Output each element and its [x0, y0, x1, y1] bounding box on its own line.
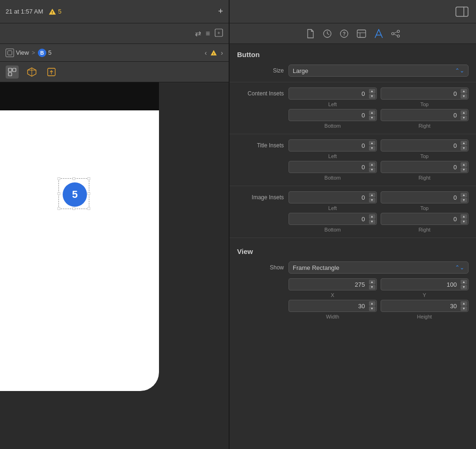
- x-value[interactable]: [289, 281, 376, 288]
- image-bottom-down[interactable]: ▼: [369, 219, 375, 224]
- image-top-up[interactable]: ▲: [461, 193, 467, 197]
- title-bottom-up[interactable]: ▲: [369, 162, 375, 167]
- y-up[interactable]: ▲: [461, 280, 467, 284]
- content-top-up[interactable]: ▲: [461, 89, 467, 94]
- content-top-input[interactable]: ▲ ▼: [381, 87, 469, 100]
- title-top-up[interactable]: ▲: [461, 141, 467, 145]
- tab-help[interactable]: ?: [340, 29, 348, 38]
- title-right-up[interactable]: ▲: [461, 162, 467, 167]
- height-up[interactable]: ▲: [461, 301, 467, 306]
- width-value[interactable]: [289, 303, 376, 310]
- height-down[interactable]: ▼: [461, 306, 467, 311]
- content-left-down[interactable]: ▼: [369, 94, 375, 99]
- title-left-value[interactable]: [289, 142, 376, 149]
- image-left-value[interactable]: [289, 194, 376, 201]
- size-select[interactable]: Large ⌃⌄: [288, 65, 469, 77]
- add-view-icon[interactable]: +: [215, 29, 223, 39]
- title-top-label: Top: [381, 153, 469, 159]
- image-right-down[interactable]: ▼: [461, 219, 467, 224]
- title-top-input[interactable]: ▲ ▼: [381, 139, 469, 152]
- breadcrumb-b5[interactable]: B 5: [38, 49, 51, 57]
- content-bottom-value[interactable]: [289, 112, 376, 119]
- top-bar: 21 at 1:57 AM ! 5 +: [0, 0, 229, 23]
- inspector-toggle-icon[interactable]: [455, 7, 469, 17]
- title-right-value[interactable]: [381, 164, 469, 171]
- svg-text:!: !: [213, 52, 214, 55]
- view-type-icon1[interactable]: [6, 65, 19, 79]
- breadcrumb-number: 5: [48, 49, 51, 56]
- section-view-title: View: [230, 241, 476, 259]
- divider4: [230, 238, 476, 238]
- button-label: 5: [72, 188, 78, 201]
- tab-attributes[interactable]: [357, 29, 366, 38]
- xy-row: ▲ ▼ ▲ ▼ X Y: [230, 276, 476, 322]
- nav-left-btn[interactable]: ‹: [205, 49, 207, 57]
- content-left-up[interactable]: ▲: [369, 89, 375, 94]
- content-insets-label: Content Insets: [237, 87, 284, 97]
- device-frame: [0, 82, 159, 391]
- content-top-value[interactable]: [381, 90, 469, 97]
- image-insets-row: Image Insets ▲ ▼ ▲ ▼: [230, 189, 476, 235]
- tab-size[interactable]: [375, 29, 383, 38]
- content-bottom-down[interactable]: ▼: [369, 116, 375, 120]
- height-input[interactable]: ▲ ▼: [381, 300, 469, 312]
- exchange-icon[interactable]: ⇄: [195, 29, 201, 38]
- title-bottom-down[interactable]: ▼: [369, 167, 375, 172]
- content-right-value[interactable]: [381, 112, 469, 119]
- content-bottom-up[interactable]: ▲: [369, 110, 375, 115]
- image-left-down[interactable]: ▼: [369, 198, 375, 203]
- export-icon[interactable]: [45, 65, 58, 79]
- image-left-up[interactable]: ▲: [369, 193, 375, 197]
- svg-line-28: [394, 34, 397, 36]
- tab-clock[interactable]: [323, 29, 332, 38]
- image-insets-label: Image Insets: [237, 191, 284, 201]
- tab-connections[interactable]: [391, 29, 400, 38]
- content-left-value[interactable]: [289, 90, 376, 97]
- image-top-down[interactable]: ▼: [461, 198, 467, 203]
- show-select[interactable]: Frame Rectangle ⌃⌄: [288, 261, 469, 274]
- x-up[interactable]: ▲: [369, 280, 375, 284]
- image-left-input[interactable]: ▲ ▼: [288, 191, 377, 203]
- canvas-button[interactable]: 5: [61, 181, 89, 209]
- breadcrumb-view[interactable]: View: [6, 49, 29, 57]
- image-top-value[interactable]: [381, 194, 469, 201]
- content-bottom-input[interactable]: ▲ ▼: [288, 109, 377, 121]
- title-top-value[interactable]: [381, 142, 469, 149]
- nav-right-btn[interactable]: ›: [221, 49, 223, 57]
- content-left-input[interactable]: ▲ ▼: [288, 87, 377, 100]
- y-input[interactable]: ▲ ▼: [381, 278, 469, 290]
- image-bottom-input[interactable]: ▲ ▼: [288, 213, 377, 225]
- title-top-down[interactable]: ▼: [461, 146, 467, 151]
- image-right-value[interactable]: [381, 216, 469, 223]
- title-bottom-value[interactable]: [289, 164, 376, 171]
- width-up[interactable]: ▲: [369, 301, 375, 306]
- title-right-input[interactable]: ▲ ▼: [381, 161, 469, 173]
- title-left-up[interactable]: ▲: [369, 141, 375, 145]
- y-down[interactable]: ▼: [461, 285, 467, 290]
- image-insets-pair2: ▲ ▼ ▲ ▼: [288, 213, 469, 225]
- x-down[interactable]: ▼: [369, 285, 375, 290]
- image-right-input[interactable]: ▲ ▼: [381, 213, 469, 225]
- content-top-down[interactable]: ▼: [461, 94, 467, 99]
- width-down[interactable]: ▼: [369, 306, 375, 311]
- list-icon[interactable]: ≡: [206, 29, 210, 38]
- tab-file[interactable]: [306, 29, 315, 38]
- height-value[interactable]: [381, 303, 469, 310]
- image-right-up[interactable]: ▲: [461, 214, 467, 219]
- x-input[interactable]: ▲ ▼: [288, 278, 377, 290]
- title-right-down[interactable]: ▼: [461, 167, 467, 172]
- image-bottom-up[interactable]: ▲: [369, 214, 375, 219]
- content-right-input[interactable]: ▲ ▼: [381, 109, 469, 121]
- title-bottom-input[interactable]: ▲ ▼: [288, 161, 377, 173]
- width-input[interactable]: ▲ ▼: [288, 300, 377, 312]
- add-button[interactable]: +: [218, 7, 223, 16]
- right-panel: ? Button Size Large ⌃⌄ Content Insets: [229, 0, 476, 449]
- title-left-input[interactable]: ▲ ▼: [288, 139, 377, 152]
- content-right-up[interactable]: ▲: [461, 110, 467, 115]
- content-right-down[interactable]: ▼: [461, 116, 467, 120]
- y-value[interactable]: [381, 281, 469, 288]
- cube-icon[interactable]: [25, 65, 38, 79]
- title-left-down[interactable]: ▼: [369, 146, 375, 151]
- image-bottom-value[interactable]: [289, 216, 376, 223]
- image-top-input[interactable]: ▲ ▼: [381, 191, 469, 203]
